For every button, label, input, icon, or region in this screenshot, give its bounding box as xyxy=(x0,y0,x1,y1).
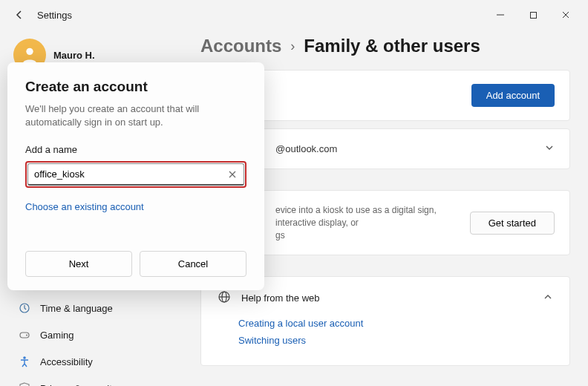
name-input-wrapper xyxy=(27,163,244,186)
sidebar-item-label: Time & language xyxy=(40,303,113,314)
maximize-icon xyxy=(529,11,538,19)
window-controls xyxy=(484,1,582,28)
minimize-button[interactable] xyxy=(484,1,517,28)
maximize-button[interactable] xyxy=(517,1,549,28)
dialog-subtitle: We'll help you create an account that wi… xyxy=(25,102,246,129)
globe-icon xyxy=(218,290,231,306)
help-title: Help from the web xyxy=(241,292,320,304)
help-link-switching[interactable]: Switching users xyxy=(238,335,553,346)
svg-point-6 xyxy=(23,356,26,359)
titlebar: Settings xyxy=(0,0,588,30)
name-field-label: Add a name xyxy=(25,144,246,155)
breadcrumb-current: Family & other users xyxy=(304,36,480,56)
account-email: @outlook.com xyxy=(275,143,337,154)
chevron-right-icon: › xyxy=(290,39,295,54)
svg-rect-1 xyxy=(530,12,536,18)
svg-point-5 xyxy=(26,335,27,336)
window-title: Settings xyxy=(37,10,72,21)
kiosk-description: evice into a kiosk to use as a digital s… xyxy=(275,204,457,229)
sidebar-item-label: Accessibility xyxy=(40,356,93,367)
profile-name: Mauro H. xyxy=(53,50,95,61)
sidebar-item-label: Privacy & security xyxy=(40,383,117,387)
x-icon xyxy=(229,171,236,178)
back-button[interactable] xyxy=(6,1,33,28)
clock-icon xyxy=(18,301,31,315)
cancel-button[interactable]: Cancel xyxy=(140,251,246,277)
next-button[interactable]: Next xyxy=(25,251,132,277)
breadcrumb-parent[interactable]: Accounts xyxy=(200,36,281,56)
dialog-title: Create an account xyxy=(25,79,246,95)
gaming-icon xyxy=(18,328,31,341)
name-input-highlight xyxy=(25,161,246,188)
minimize-icon xyxy=(496,10,505,19)
close-button[interactable] xyxy=(549,1,582,28)
clear-input-button[interactable] xyxy=(227,169,238,180)
get-started-button[interactable]: Get started xyxy=(470,212,555,235)
create-account-dialog: Create an account We'll help you create … xyxy=(7,62,264,290)
sidebar-item-label: Gaming xyxy=(40,330,74,341)
dialog-button-row: Next Cancel xyxy=(25,251,246,277)
name-input[interactable] xyxy=(34,169,227,180)
add-account-button[interactable]: Add account xyxy=(471,84,555,107)
choose-existing-link[interactable]: Choose an existing account xyxy=(25,201,246,212)
chevron-up-icon xyxy=(543,292,553,304)
sidebar-item-privacy[interactable]: Privacy & security xyxy=(9,376,200,386)
help-link-create-local[interactable]: Creating a local user account xyxy=(238,318,553,329)
svg-point-2 xyxy=(26,48,33,55)
kiosk-description-2: gs xyxy=(275,229,457,242)
svg-rect-4 xyxy=(20,333,29,338)
sidebar-item-gaming[interactable]: Gaming xyxy=(9,322,200,347)
close-icon xyxy=(561,10,570,19)
sidebar-item-time-language[interactable]: Time & language xyxy=(9,295,200,321)
chevron-down-icon xyxy=(544,143,555,155)
help-header[interactable]: Help from the web xyxy=(218,290,553,306)
sidebar-item-accessibility[interactable]: Accessibility xyxy=(9,349,200,374)
accessibility-icon xyxy=(18,355,31,368)
sidebar-list: Time & language Gaming Accessibility Pri… xyxy=(6,295,200,386)
shield-icon xyxy=(18,382,31,386)
arrow-left-icon xyxy=(13,9,25,21)
